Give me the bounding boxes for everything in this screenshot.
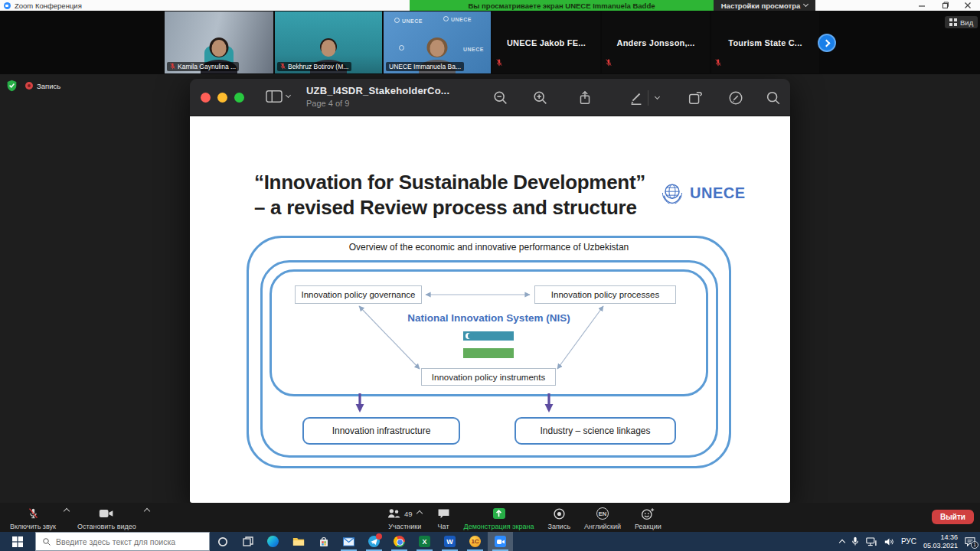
chrome-button[interactable] bbox=[387, 532, 412, 551]
mail-icon bbox=[343, 537, 354, 546]
store-button[interactable] bbox=[311, 532, 336, 551]
instruments-box: Innovation policy instruments bbox=[421, 368, 556, 386]
screen-share-icon bbox=[493, 508, 505, 519]
participant-tile[interactable]: UNECE UNECE UNECE UNECE Immanuela Ba... bbox=[384, 11, 491, 73]
unece-backdrop-text: UNECE bbox=[402, 18, 423, 24]
stop-video-button[interactable]: Остановить видео bbox=[70, 504, 143, 530]
close-traffic-light[interactable] bbox=[201, 93, 211, 103]
participants-button[interactable]: 49 Участники bbox=[380, 504, 430, 530]
participant-name: UNECE Immanuela Ba... bbox=[389, 63, 461, 70]
rotate-button[interactable] bbox=[686, 89, 704, 107]
pen-circle-icon bbox=[727, 90, 744, 106]
unece-backdrop-emblem bbox=[399, 45, 404, 51]
flag-crescent-mask bbox=[468, 333, 474, 339]
participant-tile[interactable]: Kamila Gaynulina ... bbox=[165, 11, 273, 73]
participants-chevron[interactable] bbox=[416, 510, 422, 517]
chat-label: Чат bbox=[438, 523, 449, 530]
participant-name-chip: Kamila Gaynulina ... bbox=[167, 62, 239, 71]
excel-button[interactable]: X bbox=[412, 532, 437, 551]
view-button[interactable]: Вид bbox=[945, 16, 978, 28]
audio-options-chevron[interactable] bbox=[64, 508, 70, 514]
zoom-app-icon bbox=[4, 2, 11, 9]
nis-label: National Innovation System (NIS) bbox=[247, 312, 731, 324]
mail-button[interactable] bbox=[336, 532, 361, 551]
edge-button[interactable] bbox=[260, 532, 286, 551]
record-button[interactable]: Запись bbox=[541, 504, 578, 530]
pen-circle-button[interactable] bbox=[727, 89, 745, 107]
unece-logo-text: UNECE bbox=[690, 184, 746, 202]
close-button[interactable] bbox=[957, 0, 978, 11]
participant-name-chip: UNECE Immanuela Ba... bbox=[386, 62, 464, 71]
zoom-traffic-light[interactable] bbox=[234, 93, 244, 103]
cortana-button[interactable] bbox=[210, 532, 235, 551]
screen-share-label: Демонстрация экрана bbox=[464, 523, 534, 530]
cortana-icon bbox=[217, 536, 228, 547]
view-settings-label: Настройки просмотра bbox=[721, 2, 800, 10]
slide-title-line2: – a revised Review process and structure bbox=[254, 195, 645, 220]
participant-tile[interactable]: UNECE Jakob FE... bbox=[492, 11, 600, 73]
infrastructure-box: Innovation infrastructure bbox=[302, 417, 460, 445]
search-input[interactable] bbox=[56, 537, 192, 546]
zoom-out-button[interactable] bbox=[492, 89, 510, 107]
participants-icon bbox=[387, 507, 401, 520]
volume-icon[interactable] bbox=[884, 537, 894, 546]
markup-button[interactable] bbox=[627, 89, 645, 107]
record-dot-icon bbox=[25, 82, 33, 90]
participant-tile[interactable]: Tourism State C... bbox=[711, 11, 819, 73]
minimize-traffic-light[interactable] bbox=[217, 93, 227, 103]
onec-button[interactable]: 1С bbox=[462, 532, 488, 551]
camera-icon bbox=[99, 507, 114, 520]
minimize-button[interactable] bbox=[911, 0, 933, 11]
meeting-indicators: Запись bbox=[6, 80, 60, 92]
tray-mic-icon[interactable] bbox=[851, 536, 859, 546]
action-center-button[interactable]: 1 bbox=[965, 537, 975, 546]
zoom-in-button[interactable] bbox=[531, 89, 550, 107]
interpretation-icon: EN bbox=[596, 507, 609, 520]
sidebar-icon bbox=[265, 89, 283, 104]
share-button[interactable] bbox=[576, 89, 594, 107]
sidebar-toggle-button[interactable] bbox=[265, 89, 290, 104]
taskbar-clock[interactable]: 14:36 05.03.2021 bbox=[923, 533, 958, 549]
recording-indicator[interactable]: Запись bbox=[25, 82, 60, 90]
restore-button[interactable] bbox=[934, 0, 956, 11]
unmute-button[interactable]: Включить звук bbox=[3, 504, 63, 530]
search-button[interactable] bbox=[764, 89, 782, 107]
participant-tile[interactable]: Bekhruz Botirov (M... bbox=[275, 11, 382, 73]
participant-name-chip: Bekhruz Botirov (M... bbox=[277, 62, 351, 71]
telegram-button[interactable] bbox=[361, 532, 387, 551]
network-icon[interactable] bbox=[866, 537, 877, 546]
explorer-button[interactable] bbox=[286, 532, 311, 551]
task-view-button[interactable] bbox=[235, 532, 260, 551]
participant-tile[interactable]: Anders Jonsson,... bbox=[602, 11, 710, 73]
keyboard-language[interactable]: РУС bbox=[901, 537, 916, 546]
markup-options-button[interactable] bbox=[651, 89, 663, 107]
tray-time: 14:36 bbox=[923, 533, 958, 542]
screen-share-button[interactable]: Демонстрация экрана bbox=[457, 504, 541, 530]
zoom-icon bbox=[495, 536, 506, 547]
leave-button[interactable]: Выйти bbox=[932, 510, 974, 524]
record-icon bbox=[553, 507, 566, 520]
participant-name: Kamila Gaynulina ... bbox=[178, 63, 236, 70]
reactions-label: Реакции bbox=[635, 523, 662, 530]
video-options-chevron[interactable] bbox=[143, 508, 149, 514]
search-icon bbox=[42, 537, 51, 546]
tray-expand-caret[interactable] bbox=[839, 540, 845, 546]
zoom-in-icon bbox=[532, 90, 549, 106]
chat-button[interactable]: Чат bbox=[430, 504, 457, 530]
governance-box: Innovation policy governance bbox=[295, 285, 422, 304]
view-settings-button[interactable]: Настройки просмотра bbox=[714, 0, 815, 11]
participant-name: Tourism State C... bbox=[711, 11, 819, 73]
taskview-icon bbox=[243, 536, 253, 547]
next-participants-button[interactable] bbox=[818, 34, 836, 52]
unece-backdrop-emblem bbox=[443, 16, 449, 21]
interpretation-button[interactable]: EN Английский bbox=[577, 504, 628, 530]
reactions-button[interactable]: Реакции bbox=[628, 504, 668, 530]
participant-name: Anders Jonsson,... bbox=[602, 11, 710, 73]
pdf-page: “Innovation for Sustainable Development”… bbox=[190, 116, 790, 503]
zoom-taskbar-button[interactable] bbox=[488, 532, 513, 551]
chevron-right-icon bbox=[822, 39, 830, 47]
chevron-down-icon bbox=[803, 2, 808, 7]
word-button[interactable]: W bbox=[437, 532, 462, 551]
taskbar-search[interactable] bbox=[35, 532, 210, 551]
start-button[interactable] bbox=[0, 532, 35, 551]
